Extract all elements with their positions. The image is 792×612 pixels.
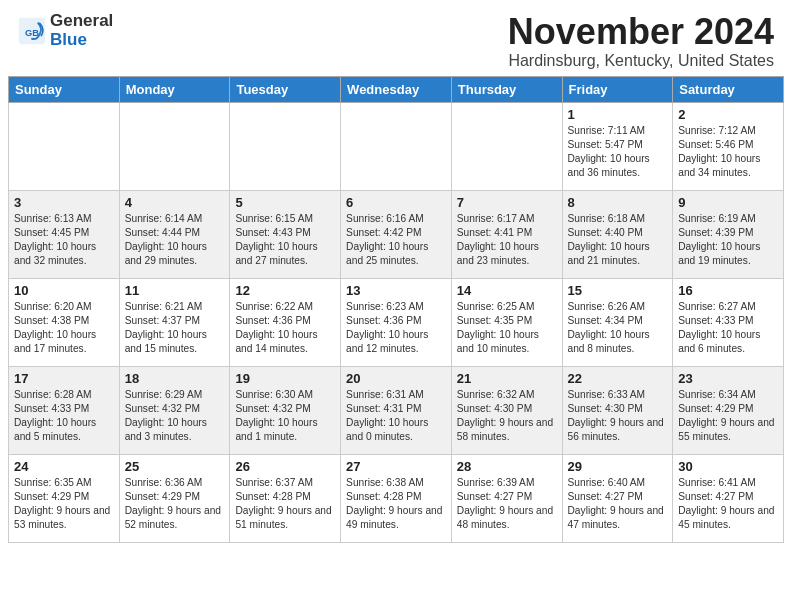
- calendar-cell: 10Sunrise: 6:20 AM Sunset: 4:38 PM Dayli…: [9, 278, 120, 366]
- logo: GB General Blue: [18, 12, 113, 49]
- day-number: 13: [346, 283, 446, 298]
- day-number: 10: [14, 283, 114, 298]
- day-number: 7: [457, 195, 557, 210]
- day-header-tuesday: Tuesday: [230, 76, 341, 102]
- day-content: Sunrise: 6:13 AM Sunset: 4:45 PM Dayligh…: [14, 212, 114, 269]
- calendar-cell: 12Sunrise: 6:22 AM Sunset: 4:36 PM Dayli…: [230, 278, 341, 366]
- day-content: Sunrise: 6:19 AM Sunset: 4:39 PM Dayligh…: [678, 212, 778, 269]
- calendar-cell: [341, 102, 452, 190]
- logo-general-text: General: [50, 12, 113, 31]
- day-content: Sunrise: 6:32 AM Sunset: 4:30 PM Dayligh…: [457, 388, 557, 445]
- day-content: Sunrise: 6:27 AM Sunset: 4:33 PM Dayligh…: [678, 300, 778, 357]
- day-content: Sunrise: 6:17 AM Sunset: 4:41 PM Dayligh…: [457, 212, 557, 269]
- calendar-cell: [451, 102, 562, 190]
- day-content: Sunrise: 6:34 AM Sunset: 4:29 PM Dayligh…: [678, 388, 778, 445]
- week-row-3: 10Sunrise: 6:20 AM Sunset: 4:38 PM Dayli…: [9, 278, 784, 366]
- calendar-cell: 1Sunrise: 7:11 AM Sunset: 5:47 PM Daylig…: [562, 102, 673, 190]
- day-content: Sunrise: 6:15 AM Sunset: 4:43 PM Dayligh…: [235, 212, 335, 269]
- day-number: 30: [678, 459, 778, 474]
- day-number: 15: [568, 283, 668, 298]
- day-content: Sunrise: 6:33 AM Sunset: 4:30 PM Dayligh…: [568, 388, 668, 445]
- day-content: Sunrise: 6:26 AM Sunset: 4:34 PM Dayligh…: [568, 300, 668, 357]
- day-number: 11: [125, 283, 225, 298]
- day-header-monday: Monday: [119, 76, 230, 102]
- day-content: Sunrise: 6:31 AM Sunset: 4:31 PM Dayligh…: [346, 388, 446, 445]
- calendar-table: SundayMondayTuesdayWednesdayThursdayFrid…: [8, 76, 784, 543]
- calendar-cell: 30Sunrise: 6:41 AM Sunset: 4:27 PM Dayli…: [673, 454, 784, 542]
- day-header-saturday: Saturday: [673, 76, 784, 102]
- calendar-cell: 17Sunrise: 6:28 AM Sunset: 4:33 PM Dayli…: [9, 366, 120, 454]
- logo-icon: GB: [18, 17, 46, 45]
- day-number: 14: [457, 283, 557, 298]
- day-content: Sunrise: 6:30 AM Sunset: 4:32 PM Dayligh…: [235, 388, 335, 445]
- week-row-4: 17Sunrise: 6:28 AM Sunset: 4:33 PM Dayli…: [9, 366, 784, 454]
- title-block: November 2024 Hardinsburg, Kentucky, Uni…: [508, 12, 774, 70]
- day-content: Sunrise: 6:18 AM Sunset: 4:40 PM Dayligh…: [568, 212, 668, 269]
- day-number: 21: [457, 371, 557, 386]
- calendar-cell: 28Sunrise: 6:39 AM Sunset: 4:27 PM Dayli…: [451, 454, 562, 542]
- calendar-cell: 16Sunrise: 6:27 AM Sunset: 4:33 PM Dayli…: [673, 278, 784, 366]
- day-number: 5: [235, 195, 335, 210]
- calendar-cell: 29Sunrise: 6:40 AM Sunset: 4:27 PM Dayli…: [562, 454, 673, 542]
- day-number: 18: [125, 371, 225, 386]
- logo-blue-text: Blue: [50, 31, 113, 50]
- calendar-cell: 14Sunrise: 6:25 AM Sunset: 4:35 PM Dayli…: [451, 278, 562, 366]
- day-number: 9: [678, 195, 778, 210]
- calendar-cell: 19Sunrise: 6:30 AM Sunset: 4:32 PM Dayli…: [230, 366, 341, 454]
- week-row-1: 1Sunrise: 7:11 AM Sunset: 5:47 PM Daylig…: [9, 102, 784, 190]
- day-content: Sunrise: 6:39 AM Sunset: 4:27 PM Dayligh…: [457, 476, 557, 533]
- main-title: November 2024: [508, 12, 774, 52]
- calendar: SundayMondayTuesdayWednesdayThursdayFrid…: [0, 76, 792, 551]
- calendar-cell: 4Sunrise: 6:14 AM Sunset: 4:44 PM Daylig…: [119, 190, 230, 278]
- page-header: GB General Blue November 2024 Hardinsbur…: [0, 0, 792, 76]
- calendar-cell: [119, 102, 230, 190]
- calendar-cell: 8Sunrise: 6:18 AM Sunset: 4:40 PM Daylig…: [562, 190, 673, 278]
- day-number: 8: [568, 195, 668, 210]
- calendar-cell: 2Sunrise: 7:12 AM Sunset: 5:46 PM Daylig…: [673, 102, 784, 190]
- day-number: 19: [235, 371, 335, 386]
- calendar-cell: 5Sunrise: 6:15 AM Sunset: 4:43 PM Daylig…: [230, 190, 341, 278]
- day-content: Sunrise: 7:11 AM Sunset: 5:47 PM Dayligh…: [568, 124, 668, 181]
- day-number: 4: [125, 195, 225, 210]
- day-number: 1: [568, 107, 668, 122]
- day-content: Sunrise: 6:23 AM Sunset: 4:36 PM Dayligh…: [346, 300, 446, 357]
- day-number: 6: [346, 195, 446, 210]
- day-number: 12: [235, 283, 335, 298]
- week-row-2: 3Sunrise: 6:13 AM Sunset: 4:45 PM Daylig…: [9, 190, 784, 278]
- calendar-cell: 25Sunrise: 6:36 AM Sunset: 4:29 PM Dayli…: [119, 454, 230, 542]
- day-number: 16: [678, 283, 778, 298]
- subtitle: Hardinsburg, Kentucky, United States: [508, 52, 774, 70]
- day-content: Sunrise: 6:16 AM Sunset: 4:42 PM Dayligh…: [346, 212, 446, 269]
- day-content: Sunrise: 6:28 AM Sunset: 4:33 PM Dayligh…: [14, 388, 114, 445]
- calendar-cell: 3Sunrise: 6:13 AM Sunset: 4:45 PM Daylig…: [9, 190, 120, 278]
- day-content: Sunrise: 6:21 AM Sunset: 4:37 PM Dayligh…: [125, 300, 225, 357]
- day-number: 27: [346, 459, 446, 474]
- day-content: Sunrise: 6:36 AM Sunset: 4:29 PM Dayligh…: [125, 476, 225, 533]
- day-number: 17: [14, 371, 114, 386]
- day-content: Sunrise: 6:14 AM Sunset: 4:44 PM Dayligh…: [125, 212, 225, 269]
- calendar-cell: 23Sunrise: 6:34 AM Sunset: 4:29 PM Dayli…: [673, 366, 784, 454]
- svg-text:GB: GB: [25, 27, 39, 37]
- day-content: Sunrise: 6:38 AM Sunset: 4:28 PM Dayligh…: [346, 476, 446, 533]
- day-header-sunday: Sunday: [9, 76, 120, 102]
- day-content: Sunrise: 6:35 AM Sunset: 4:29 PM Dayligh…: [14, 476, 114, 533]
- day-content: Sunrise: 7:12 AM Sunset: 5:46 PM Dayligh…: [678, 124, 778, 181]
- calendar-cell: 27Sunrise: 6:38 AM Sunset: 4:28 PM Dayli…: [341, 454, 452, 542]
- day-content: Sunrise: 6:20 AM Sunset: 4:38 PM Dayligh…: [14, 300, 114, 357]
- calendar-cell: 22Sunrise: 6:33 AM Sunset: 4:30 PM Dayli…: [562, 366, 673, 454]
- day-number: 29: [568, 459, 668, 474]
- day-number: 23: [678, 371, 778, 386]
- calendar-cell: 13Sunrise: 6:23 AM Sunset: 4:36 PM Dayli…: [341, 278, 452, 366]
- calendar-body: 1Sunrise: 7:11 AM Sunset: 5:47 PM Daylig…: [9, 102, 784, 542]
- calendar-cell: 24Sunrise: 6:35 AM Sunset: 4:29 PM Dayli…: [9, 454, 120, 542]
- calendar-cell: 9Sunrise: 6:19 AM Sunset: 4:39 PM Daylig…: [673, 190, 784, 278]
- calendar-cell: 15Sunrise: 6:26 AM Sunset: 4:34 PM Dayli…: [562, 278, 673, 366]
- day-number: 25: [125, 459, 225, 474]
- day-number: 26: [235, 459, 335, 474]
- day-number: 20: [346, 371, 446, 386]
- week-row-5: 24Sunrise: 6:35 AM Sunset: 4:29 PM Dayli…: [9, 454, 784, 542]
- calendar-cell: 21Sunrise: 6:32 AM Sunset: 4:30 PM Dayli…: [451, 366, 562, 454]
- calendar-cell: 20Sunrise: 6:31 AM Sunset: 4:31 PM Dayli…: [341, 366, 452, 454]
- day-number: 24: [14, 459, 114, 474]
- day-number: 3: [14, 195, 114, 210]
